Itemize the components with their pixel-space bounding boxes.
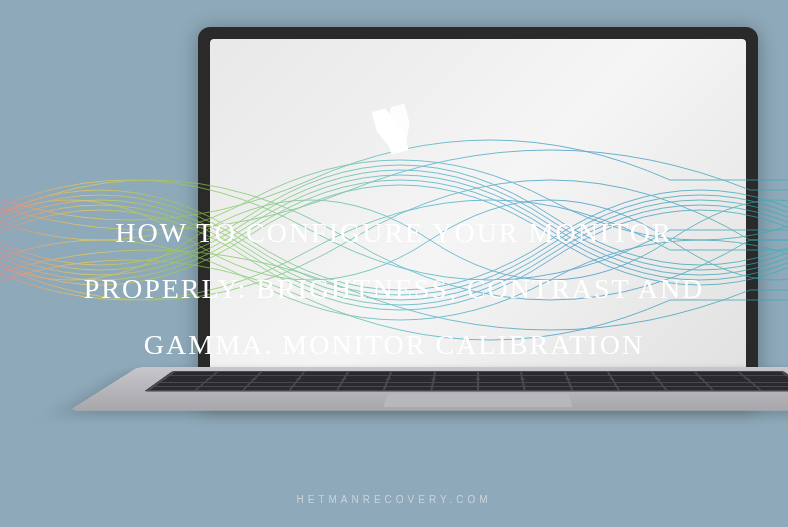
footer-url: hetmanrecovery.com xyxy=(0,494,788,505)
page-title: How to configure your monitor properly: … xyxy=(0,205,788,373)
laptop-trackpad xyxy=(383,393,573,407)
brand-logo-icon xyxy=(359,95,429,169)
